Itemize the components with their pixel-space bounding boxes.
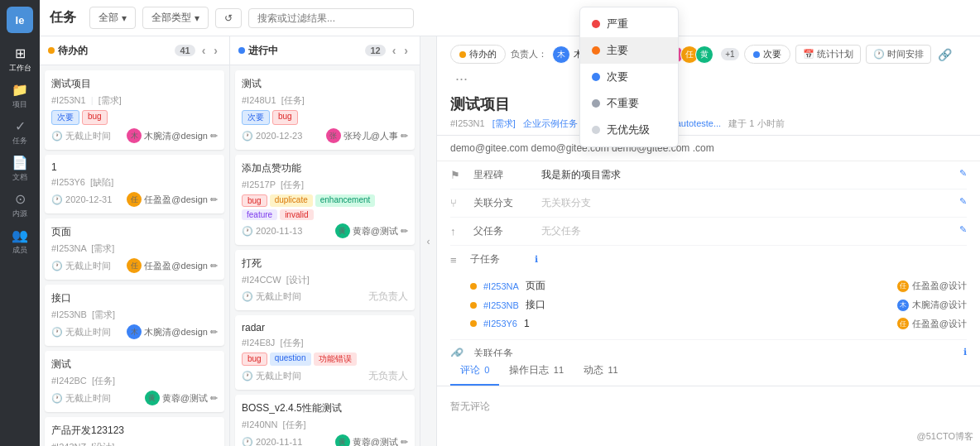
link-icon: 🔗 [450,348,464,357]
avatar: 黄 [145,391,160,405]
sidebar-item-inner[interactable]: ⊙ 内源 [3,189,36,222]
tab-oplog-count: 11 [554,365,564,375]
none-dot [592,126,600,134]
child-task-id[interactable]: #I253NA [483,281,519,291]
child-task-name: 页面 [526,279,545,293]
priority-item-minor[interactable]: 次要 [580,64,678,90]
card-time: 🕐 2020-12-31 [51,194,112,205]
card-time: 🕐 无截止时间 [51,260,111,272]
type-button[interactable]: 全部类型 ▾ [142,7,209,29]
refresh-button[interactable]: ↺ [215,8,242,28]
todo-next-btn[interactable]: › [210,43,221,58]
card-id: #I24E8J [任务] [242,337,408,349]
next-status-dot [753,51,760,58]
tag-bug: bug [82,110,108,125]
list-item[interactable]: 测试 #I242BC [任务] 🕐 无截止时间 黄 黄蓉@测试 ✏ [45,351,224,412]
time-arrange-button[interactable]: 🕐 时间安排 [866,45,931,64]
sidebar-item-project[interactable]: 📁 项目 [3,79,36,113]
child-task-id[interactable]: #I253NB [483,300,519,310]
priority-item-major[interactable]: 主要 [580,37,678,64]
card-tags: bug question 功能错误 [242,352,408,366]
collapse-handle[interactable]: ‹ [420,36,437,446]
list-item[interactable]: 测试项目 #I253N1 | [需求] 次要 bug 🕐 无截止时间 木 木腕清… [45,70,224,150]
main-area: 任务 全部 ▾ 全部类型 ▾ ↺ 待办的 41 ‹ [40,0,980,446]
card-footer: 🕐 2020-12-23 张 张玲儿@人事 ✏ [242,128,408,143]
detail-header: 待办的 负责人： 木 木腕清@设计 协作者 张 任 黄 +1 [437,36,980,136]
doc-icon: 📄 [12,155,28,170]
tag-feature: feature [242,209,277,220]
inprogress-next-btn[interactable]: › [401,43,411,58]
list-item[interactable]: 接口 #I253NB [需求] 🕐 无截止时间 木 木腕清@design ✏ [45,285,224,346]
priority-item-none[interactable]: 无优先级 [580,117,678,143]
sidebar-item-doc[interactable]: 📄 文档 [3,152,36,185]
card-footer: 🕐 无截止时间 木 木腕清@design ✏ [51,324,218,339]
collaborators-count: +1 [721,48,738,60]
plan-label: 统计计划 [817,48,853,60]
enterprise-link[interactable]: 企业示例任务 [523,118,578,128]
detail-comments: 暂无评论 [437,386,980,427]
card-title: 测试 [242,77,408,91]
branch-edit-icon[interactable]: ✎ [959,196,967,207]
tab-activity[interactable]: 动态 11 [574,357,628,386]
list-item[interactable]: 添加点赞功能 #I2517P [任务] bug duplicate enhanc… [235,155,415,245]
inprogress-prev-btn[interactable]: ‹ [389,43,400,58]
card-footer: 🕐 无截止时间 无负责人 [242,290,408,304]
list-item[interactable]: BOSS_v2.4.5性能测试 #I240NN [任务] 🕐 2020-11-1… [235,395,415,446]
list-item[interactable]: 打死 #I24CCW [设计] 🕐 无截止时间 无负责人 [235,250,415,310]
child-assignee-name: 木腕清@设计 [912,299,967,311]
tab-oplog[interactable]: 操作日志 11 [499,357,574,386]
related-tasks-info-icon[interactable]: ℹ [963,347,967,357]
avatar: 黄 [335,434,350,446]
sidebar-item-task[interactable]: ✓ 任务 [3,116,36,149]
child-assignee-name: 任盈盈@设计 [912,280,967,292]
project-icon: 📁 [12,82,28,98]
tag-invalid: invalid [280,209,313,220]
detail-body: ⚑ 里程碑 我是新的项目需求 ✎ ⑂ 关联分支 无关联分支 ✎ ↑ 父任务 无父… [437,161,980,357]
more-button[interactable]: ··· [450,69,473,89]
link-button[interactable]: 🔗 [936,46,954,63]
milestone-edit-icon[interactable]: ✎ [959,168,967,179]
milestone-row: ⚑ 里程碑 我是新的项目需求 ✎ [450,161,967,189]
inprogress-status-dot [238,47,245,54]
card-footer: 🕐 无截止时间 黄 黄蓉@测试 ✏ [51,391,218,405]
sidebar-item-member[interactable]: 👥 成员 [3,225,36,258]
sidebar-item-label: 工作台 [9,63,31,74]
next-status-chip[interactable]: 次要 [744,45,790,64]
parent-edit-icon[interactable]: ✎ [959,224,967,235]
time-label: 时间安排 [887,48,924,60]
list-item[interactable]: 测试 #I248U1 [任务] 次要 bug 🕐 2020-12-23 张 张玲… [235,70,415,150]
assignee-avatar: 木 [552,46,570,64]
card-time: 🕐 2020-11-13 [242,226,302,237]
list-item[interactable]: 页面 #I253NA [需求] 🕐 无截止时间 任 任盈盈@design ✏ [45,218,224,280]
toolbar: 任务 全部 ▾ 全部类型 ▾ ↺ [40,0,980,36]
card-assignee: 木 木腕清@design ✏ [127,128,218,143]
todo-column-title: 待办的 [58,44,88,58]
milestone-icon: ⚑ [450,169,464,181]
child-tasks-info-icon[interactable]: ℹ [535,254,538,265]
tab-comment[interactable]: 评论 0 [450,357,499,386]
card-footer: 🕐 无截止时间 木 木腕清@design ✏ [51,128,218,143]
child-task-id[interactable]: #I253Y6 [483,319,517,329]
list-item[interactable]: 产品开发123123 #I243NZ [设计] 功能相关 🕐 2020-11-1… [45,417,224,446]
todo-header-actions: ‹ › [199,43,221,58]
card-id: #I253NB [需求] [51,309,218,321]
inprogress-column-header: 进行中 12 ‹ › [230,36,420,65]
sidebar-item-workbench[interactable]: ⊞ 工作台 [3,43,36,76]
child-status-dot [470,320,477,327]
card-id: #I248U1 [任务] [242,94,408,107]
list-item[interactable]: 1 #I253Y6 [缺陷] 🕐 2020-12-31 任 任盈盈@design… [45,155,224,213]
status-chip-todo[interactable]: 待办的 [450,45,506,64]
child-task-name: 接口 [526,298,545,312]
minor-dot [592,73,600,81]
card-assignee: 张 张玲儿@人事 ✏ [326,128,408,143]
no-assignee: 无负责人 [368,290,408,304]
plan-button[interactable]: 📅 统计计划 [795,45,861,64]
priority-item-trivial[interactable]: 不重要 [580,90,678,117]
search-input[interactable] [248,8,414,28]
card-title: 页面 [51,225,218,239]
list-item[interactable]: radar #I24E8J [任务] bug question 功能错误 🕐 无… [235,315,415,390]
issue-type-link[interactable]: [需求] [492,118,516,128]
scope-button[interactable]: 全部 ▾ [89,7,136,29]
card-title: 添加点赞功能 [242,161,408,175]
todo-prev-btn[interactable]: ‹ [199,43,209,58]
